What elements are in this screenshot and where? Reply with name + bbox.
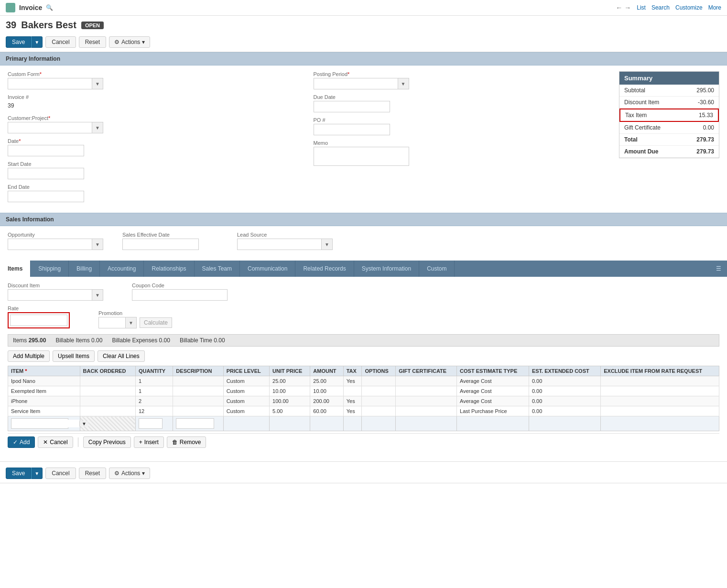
new-item-row[interactable]: ▼ bbox=[8, 416, 719, 431]
tab-items[interactable]: Items bbox=[0, 261, 31, 277]
promotion-input[interactable] bbox=[99, 318, 125, 327]
new-item-select[interactable]: ▼ bbox=[11, 418, 68, 429]
rate-input[interactable]: -30.60 bbox=[10, 315, 67, 326]
posting-period-input[interactable]: Jun 2014 bbox=[314, 79, 398, 88]
opportunity-select[interactable]: ▼ bbox=[8, 239, 103, 250]
app-icon bbox=[6, 3, 15, 12]
new-options-cell[interactable] bbox=[362, 416, 396, 431]
summary-row-amount-due: Amount Due 279.73 bbox=[619, 146, 719, 158]
summary-row-total: Total 279.73 bbox=[619, 134, 719, 146]
sales-eff-date-input[interactable]: 6/23/2014 bbox=[122, 239, 199, 250]
lead-source-input[interactable] bbox=[238, 240, 321, 249]
promotion-select[interactable]: ▼ bbox=[98, 317, 137, 328]
nav-back-button[interactable]: ← bbox=[616, 4, 622, 11]
new-est-cost-cell[interactable] bbox=[529, 416, 600, 431]
customize-icon: ⚙ bbox=[114, 39, 119, 45]
new-item-input[interactable] bbox=[11, 420, 79, 427]
table-row: Exempted Item 1 Custom 10.00 10.00 Avera… bbox=[8, 386, 719, 396]
promotion-label: Promotion bbox=[98, 310, 172, 316]
tab-shipping[interactable]: Shipping bbox=[31, 261, 69, 277]
coupon-code-input[interactable] bbox=[132, 289, 228, 301]
start-date-input[interactable] bbox=[8, 168, 84, 179]
bottom-actions-button[interactable]: ⚙ Actions ▾ bbox=[109, 468, 150, 479]
cell-unit-price: 25.00 bbox=[270, 376, 310, 386]
bottom-save-dropdown-button[interactable]: ▼ bbox=[31, 468, 43, 479]
tab-accounting[interactable]: Accounting bbox=[100, 261, 144, 277]
reset-button[interactable]: Reset bbox=[79, 36, 106, 48]
due-date-input[interactable] bbox=[314, 101, 390, 112]
tab-related-records[interactable]: Related Records bbox=[295, 261, 354, 277]
bottom-save-button[interactable]: Save bbox=[6, 468, 31, 479]
copy-previous-button[interactable]: Copy Previous bbox=[83, 436, 131, 448]
promotion-arrow[interactable]: ▼ bbox=[125, 317, 136, 328]
save-dropdown-button[interactable]: ▼ bbox=[31, 36, 43, 48]
customer-arrow[interactable]: ▼ bbox=[92, 122, 103, 133]
tab-relationships[interactable]: Relationships bbox=[144, 261, 194, 277]
end-date-input[interactable] bbox=[8, 191, 84, 202]
col-description: DESCRIPTION bbox=[173, 366, 223, 376]
tab-sales-team[interactable]: Sales Team bbox=[195, 261, 240, 277]
tab-system-information[interactable]: System Information bbox=[354, 261, 419, 277]
new-amount-cell[interactable] bbox=[310, 416, 343, 431]
list-link[interactable]: List bbox=[637, 4, 646, 11]
new-gift-cert-cell[interactable] bbox=[396, 416, 457, 431]
clear-all-lines-button[interactable]: Clear All Lines bbox=[98, 350, 145, 362]
opportunity-arrow[interactable]: ▼ bbox=[92, 239, 103, 250]
discount-item-arrow[interactable]: ▼ bbox=[92, 290, 103, 300]
lead-source-arrow[interactable]: ▼ bbox=[321, 239, 332, 250]
date-input[interactable]: 6/23/2014 bbox=[8, 145, 84, 156]
search-icon[interactable]: 🔍 bbox=[46, 4, 53, 11]
discount-item-input[interactable]: Discount Corporate bbox=[8, 290, 92, 300]
cell-price-level: Custom bbox=[223, 396, 269, 406]
nav-forward-button[interactable]: → bbox=[624, 4, 631, 11]
custom-form-select[interactable]: Standard Product Invoice ▼ bbox=[8, 78, 103, 89]
actions-button[interactable]: ⚙ Actions ▾ bbox=[109, 36, 150, 48]
cancel-button[interactable]: Cancel bbox=[45, 36, 76, 48]
lead-source-select[interactable]: ▼ bbox=[237, 239, 333, 250]
sales-info-header: Sales Information bbox=[0, 213, 727, 226]
bottom-reset-button[interactable]: Reset bbox=[79, 468, 106, 479]
insert-button[interactable]: + Insert bbox=[134, 436, 164, 448]
new-item-arrow[interactable]: ▼ bbox=[79, 421, 88, 426]
opportunity-input[interactable] bbox=[8, 240, 92, 249]
new-tax-cell[interactable] bbox=[343, 416, 362, 431]
bottom-cancel-button[interactable]: Cancel bbox=[45, 468, 76, 479]
cancel-add-button[interactable]: ✕ Cancel bbox=[38, 436, 73, 448]
search-link[interactable]: Search bbox=[651, 4, 670, 11]
new-unit-price-cell[interactable] bbox=[270, 416, 310, 431]
cell-cost-estimate-type: Average Cost bbox=[457, 376, 529, 386]
calculate-button[interactable]: Calculate bbox=[140, 317, 172, 328]
save-button[interactable]: Save bbox=[6, 36, 31, 48]
upsell-items-button[interactable]: Upsell Items bbox=[53, 350, 95, 362]
custom-form-input[interactable]: Standard Product Invoice bbox=[8, 79, 92, 88]
po-number-input[interactable] bbox=[314, 124, 390, 135]
memo-input[interactable] bbox=[314, 147, 409, 166]
posting-period-arrow[interactable]: ▼ bbox=[398, 78, 409, 89]
posting-period-select[interactable]: Jun 2014 ▼ bbox=[314, 78, 409, 89]
col-unit-price: UNIT PRICE bbox=[270, 366, 310, 376]
new-price-level-cell[interactable] bbox=[223, 416, 269, 431]
custom-form-arrow[interactable]: ▼ bbox=[92, 78, 103, 89]
actions-dropdown-icon: ▾ bbox=[142, 39, 145, 45]
new-description-cell[interactable] bbox=[173, 416, 223, 431]
customer-input[interactable]: Bakers Best bbox=[8, 123, 92, 132]
add-confirm-button[interactable]: ✓ Add bbox=[8, 436, 35, 448]
new-quantity-cell[interactable] bbox=[135, 416, 173, 431]
tab-custom[interactable]: Custom bbox=[419, 261, 455, 277]
cell-unit-price: 10.00 bbox=[270, 386, 310, 396]
tab-communication[interactable]: Communication bbox=[240, 261, 295, 277]
new-exclude-cell[interactable] bbox=[601, 416, 719, 431]
new-cost-estimate-cell[interactable] bbox=[457, 416, 529, 431]
more-link[interactable]: More bbox=[708, 4, 721, 11]
customize-link[interactable]: Customize bbox=[675, 4, 703, 11]
cell-quantity: 1 bbox=[135, 386, 173, 396]
tab-menu-icon[interactable]: ☰ bbox=[710, 261, 727, 277]
new-quantity-input[interactable] bbox=[139, 418, 163, 429]
tab-billing[interactable]: Billing bbox=[69, 261, 100, 277]
new-item-cell[interactable]: ▼ bbox=[8, 416, 80, 431]
remove-button[interactable]: 🗑 Remove bbox=[167, 436, 206, 448]
discount-item-select[interactable]: Discount Corporate ▼ bbox=[8, 289, 103, 301]
new-description-input[interactable] bbox=[176, 418, 214, 429]
customer-select[interactable]: Bakers Best ▼ bbox=[8, 122, 103, 133]
add-multiple-button[interactable]: Add Multiple bbox=[8, 350, 50, 362]
